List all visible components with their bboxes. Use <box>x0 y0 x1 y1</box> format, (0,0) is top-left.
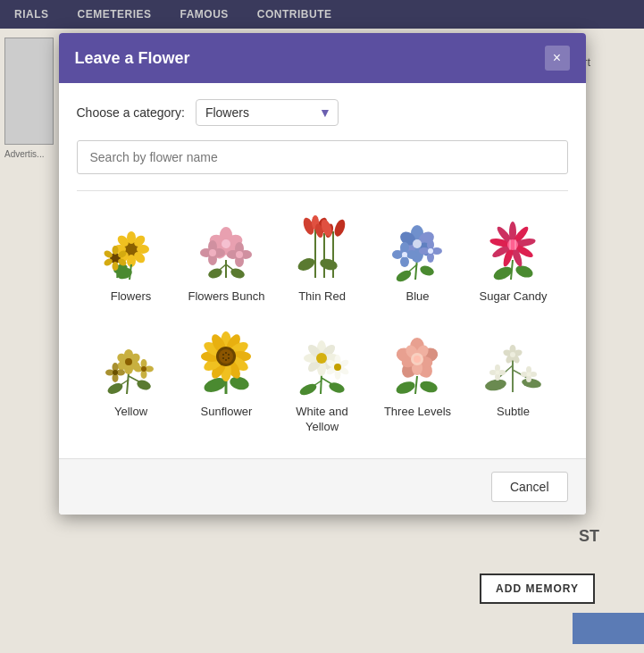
svg-point-179 <box>496 371 500 375</box>
flower-grid: Flowers <box>77 205 568 442</box>
svg-line-134 <box>321 374 322 394</box>
svg-point-44 <box>296 255 316 272</box>
svg-point-131 <box>225 359 227 361</box>
svg-point-133 <box>222 354 224 356</box>
svg-point-73 <box>428 248 433 254</box>
svg-point-154 <box>334 364 341 371</box>
svg-point-174 <box>521 378 541 390</box>
svg-point-137 <box>298 382 318 398</box>
flower-item-subtle[interactable]: Subtle <box>468 321 559 442</box>
svg-point-156 <box>395 380 417 397</box>
modal-header: Leave a Flower × <box>59 33 586 83</box>
svg-point-56 <box>419 264 435 277</box>
flower-item-blue[interactable]: Blue <box>372 205 464 312</box>
svg-point-129 <box>228 354 230 356</box>
flower-item-white-yellow[interactable]: White and Yellow <box>277 321 368 442</box>
svg-point-75 <box>491 264 514 281</box>
svg-point-132 <box>222 357 224 359</box>
flower-label-flowers-bunch: Flowers Bunch <box>188 289 265 305</box>
flower-label-yellow: Yellow <box>114 405 147 420</box>
flower-image-yellow <box>96 328 167 399</box>
flower-label-sugar-candy: Sugar Candy <box>480 289 548 305</box>
flower-item-sugar-candy[interactable]: Sugar Candy <box>468 205 559 312</box>
svg-point-12 <box>113 246 119 255</box>
modal-body: Choose a category: Flowers Trees Plants … <box>59 83 586 458</box>
category-select[interactable]: Flowers Trees Plants <box>196 99 339 126</box>
flower-image-flowers <box>96 213 167 284</box>
flower-image-three-levels <box>382 328 454 399</box>
svg-point-76 <box>514 263 535 279</box>
flower-image-white-yellow <box>287 328 358 399</box>
svg-point-128 <box>225 352 227 354</box>
flower-label-sunflower: Sunflower <box>201 405 253 420</box>
flower-image-sunflower <box>191 328 263 399</box>
svg-point-86 <box>507 239 518 250</box>
svg-point-169 <box>414 356 421 363</box>
svg-point-65 <box>406 250 417 259</box>
flower-label-thin-red: Thin Red <box>298 289 346 305</box>
flower-image-blue <box>382 213 454 284</box>
flower-label-white-yellow: White and Yellow <box>280 405 364 435</box>
svg-line-155 <box>415 376 417 394</box>
flower-image-flowers-bunch <box>191 213 263 284</box>
modal-title: Leave a Flower <box>75 49 190 68</box>
flower-label-subtle: Subtle <box>497 405 530 420</box>
svg-point-157 <box>419 380 439 395</box>
search-input[interactable] <box>77 140 568 174</box>
svg-point-130 <box>228 357 230 359</box>
section-divider <box>77 190 568 191</box>
flower-label-flowers: Flowers <box>111 289 152 305</box>
flower-item-flowers[interactable]: Flowers <box>86 205 177 312</box>
svg-point-35 <box>209 249 216 256</box>
flower-item-yellow[interactable]: Yellow <box>86 321 177 442</box>
category-select-wrapper: Flowers Trees Plants ▼ <box>196 99 339 126</box>
category-row: Choose a category: Flowers Trees Plants … <box>77 99 568 126</box>
flower-item-three-levels[interactable]: Three Levels <box>372 321 464 442</box>
svg-point-92 <box>106 381 125 397</box>
flower-label-three-levels: Three Levels <box>384 405 451 420</box>
svg-point-30 <box>222 239 230 248</box>
svg-point-147 <box>316 353 327 364</box>
modal-overlay: Leave a Flower × Choose a category: Flow… <box>0 0 644 653</box>
leave-flower-modal: Leave a Flower × Choose a category: Flow… <box>59 33 586 515</box>
svg-point-68 <box>402 252 407 257</box>
flower-image-thin-red <box>287 213 358 284</box>
category-label: Choose a category: <box>77 105 185 120</box>
svg-line-89 <box>127 373 129 394</box>
svg-point-190 <box>527 373 531 377</box>
flower-image-sugar-candy <box>478 213 549 284</box>
svg-point-173 <box>484 378 507 392</box>
svg-point-110 <box>141 366 146 372</box>
svg-point-67 <box>392 250 403 259</box>
svg-point-64 <box>400 242 409 253</box>
cancel-button[interactable]: Cancel <box>491 472 568 502</box>
flower-item-thin-red[interactable]: Thin Red <box>277 205 368 312</box>
modal-footer: Cancel <box>59 458 586 515</box>
flower-label-blue: Blue <box>406 289 429 305</box>
flower-item-flowers-bunch[interactable]: Flowers Bunch <box>181 205 272 312</box>
svg-point-52 <box>332 218 347 238</box>
svg-point-15 <box>113 262 119 271</box>
svg-point-40 <box>236 251 243 258</box>
flower-image-subtle <box>478 328 549 399</box>
svg-point-66 <box>400 256 409 267</box>
svg-point-105 <box>113 370 118 375</box>
svg-point-63 <box>413 239 422 248</box>
svg-point-127 <box>219 349 233 364</box>
svg-point-45 <box>319 256 339 272</box>
svg-point-100 <box>125 358 132 365</box>
flower-item-sunflower[interactable]: Sunflower <box>181 321 272 442</box>
modal-close-button[interactable]: × <box>545 46 570 71</box>
svg-point-185 <box>510 352 515 357</box>
